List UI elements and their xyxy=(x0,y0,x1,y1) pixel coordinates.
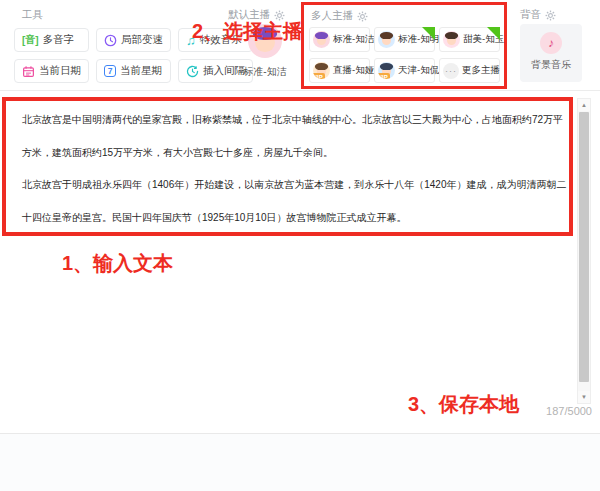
calendar-7-icon: 7 xyxy=(104,65,116,77)
clock-icon xyxy=(104,34,117,47)
editor-scrollbar[interactable]: ▲ ▼ xyxy=(577,98,591,404)
tool-label: 多音字 xyxy=(43,33,75,47)
tts-app-window: 工具 音 多音字 局部变速 ♫ 特效音乐 当前日期 xyxy=(0,0,600,491)
vip-badge: VIP xyxy=(378,73,390,79)
music-note-icon: ♪ xyxy=(540,32,562,54)
background-music-button[interactable]: ♪ 背景音乐 xyxy=(520,24,582,82)
current-date-button[interactable]: 当前日期 xyxy=(14,59,89,83)
settings-gear-icon[interactable] xyxy=(545,10,556,21)
anchor-name: 更多主播 xyxy=(462,64,500,77)
bgm-section-label: 背音 xyxy=(520,8,541,22)
char-counter: 187/5000 xyxy=(546,405,592,417)
free-ribbon-icon xyxy=(487,27,500,40)
scroll-down-icon[interactable]: ▼ xyxy=(578,391,590,403)
ellipsis-icon: ··· xyxy=(443,63,459,79)
bgm-section-header: 背音 xyxy=(520,8,556,22)
annotation-step1-input-text: 1、输入文本 xyxy=(62,250,173,277)
annotation-step2-select-anchor: 2、选择主播 xyxy=(192,18,303,45)
anchor-name: 直播-知娅 xyxy=(333,64,374,77)
anchor-button-zhiya[interactable]: VIP 直播-知娅 xyxy=(309,58,370,83)
text-editor-highlighted[interactable]: 北京故宫是中国明清两代的皇家宫殿，旧称紫禁城，位于北京中轴线的中心。北京故宫以三… xyxy=(2,97,573,236)
interval-clock-icon xyxy=(186,65,199,78)
anchor-avatar xyxy=(378,31,395,48)
anchor-avatar: VIP xyxy=(313,62,330,79)
tool-label: 局部变速 xyxy=(121,33,163,47)
anchor-avatar xyxy=(443,31,460,48)
anchor-avatar xyxy=(313,31,330,48)
footer-bar: 点击按钮可试听配音... × 手机试听 MP3 保存mp3 xyxy=(0,433,600,491)
anchor-grid: 标准-知洁 标准-知明 甜美-知玉 VIP 直播-知娅 xyxy=(309,27,501,83)
multi-anchor-label: 多人主播 xyxy=(311,9,353,23)
background-music-label: 背景音乐 xyxy=(520,58,582,72)
anchor-name: 天津-知侃 xyxy=(398,64,439,77)
tools-section-label: 工具 xyxy=(22,8,43,22)
editor-paragraph: 北京故宫于明成祖永乐四年（1406年）开始建设，以南京故宫为蓝本营建，到永乐十八… xyxy=(6,169,569,234)
calendar-icon xyxy=(22,65,35,78)
anchor-button-zhikan[interactable]: VIP 天津-知侃 xyxy=(374,58,435,83)
scroll-up-icon[interactable]: ▲ xyxy=(578,99,590,111)
anchor-avatar: VIP xyxy=(378,62,395,79)
more-anchors-button[interactable]: ··· 更多主播 xyxy=(439,58,500,83)
multi-anchor-section-highlighted: 多人主播 标准-知洁 标准-知明 甜美-知玉 xyxy=(301,2,507,89)
default-anchor-name: 标准-知洁 xyxy=(228,65,302,79)
scrollbar-thumb[interactable] xyxy=(579,112,589,382)
settings-gear-icon[interactable] xyxy=(357,11,368,22)
local-speed-button[interactable]: 局部变速 xyxy=(96,28,171,52)
anchor-name: 标准-知洁 xyxy=(333,33,374,46)
free-ribbon-icon xyxy=(422,27,435,40)
current-weekday-button[interactable]: 7 当前星期 xyxy=(96,59,171,83)
polyphonic-icon: 音 xyxy=(22,33,39,47)
vip-badge: VIP xyxy=(313,73,325,79)
anchor-button-zhijie[interactable]: 标准-知洁 xyxy=(309,27,370,52)
editor-paragraph: 北京故宫是中国明清两代的皇家宫殿，旧称紫禁城，位于北京中轴线的中心。北京故宫以三… xyxy=(6,104,569,169)
multi-anchor-header: 多人主播 xyxy=(311,9,368,23)
tool-label: 当前星期 xyxy=(120,64,162,78)
top-toolbar: 工具 音 多音字 局部变速 ♫ 特效音乐 当前日期 xyxy=(0,0,600,91)
tool-label: 当前日期 xyxy=(39,64,81,78)
polyphonic-char-button[interactable]: 音 多音字 xyxy=(14,28,89,52)
anchor-button-zhiming[interactable]: 标准-知明 xyxy=(374,27,435,52)
annotation-step3-save-local: 3、保存本地 xyxy=(408,391,519,418)
anchor-button-zhiyu[interactable]: 甜美-知玉 xyxy=(439,27,500,52)
